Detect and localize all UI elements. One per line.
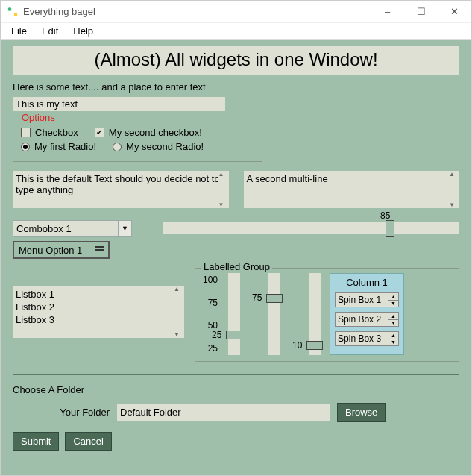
scrollbar-vertical[interactable]: ▲▼ — [449, 171, 459, 208]
text-input-1[interactable] — [13, 97, 225, 111]
multiline-1[interactable]: This is the default Text should you deci… — [13, 171, 229, 208]
combobox-value: Combobox 1 — [16, 223, 72, 234]
spinbox-3[interactable]: Spin Box 3 ▲▼ — [335, 331, 399, 346]
minimize-button[interactable]: – — [371, 1, 404, 23]
vertical-slider-1[interactable]: 25 — [228, 273, 240, 355]
checkbox-2[interactable]: ✔ My second checkbox! — [95, 127, 202, 138]
checkbox-1[interactable]: Checkbox — [21, 127, 78, 138]
maximize-button[interactable]: ☐ — [404, 1, 438, 23]
radio-icon — [21, 143, 30, 151]
slider-thumb[interactable] — [226, 331, 242, 339]
radio-2-label: My second Radio! — [126, 141, 204, 152]
spinbox-1[interactable]: Spin Box 1 ▲▼ — [335, 292, 399, 307]
checkbox-icon: ✔ — [95, 128, 104, 137]
radio-1[interactable]: My first Radio! — [21, 141, 96, 152]
titlebar: Everything bagel – ☐ ✕ — [1, 1, 471, 23]
radio-2[interactable]: My second Radio! — [113, 141, 204, 152]
column-1-title: Column 1 — [346, 277, 388, 288]
radio-1-label: My first Radio! — [34, 141, 96, 152]
option-menu[interactable]: Menu Option 1 — [13, 241, 110, 259]
multiline-2[interactable]: A second multi-line ▲▼ — [244, 171, 460, 208]
slider-thumb[interactable] — [386, 220, 394, 237]
slider-thumb[interactable] — [306, 341, 323, 350]
slider-thumb[interactable] — [266, 294, 283, 303]
cancel-button[interactable]: Cancel — [65, 432, 111, 451]
checkbox-1-label: Checkbox — [35, 127, 78, 138]
folder-label: Your Folder — [13, 407, 110, 418]
scrollbar-vertical[interactable]: ▲▼ — [174, 286, 184, 338]
slider-value-label: 85 — [380, 210, 390, 221]
vertical-slider-3[interactable]: 10 — [309, 273, 321, 355]
page-title: (Almost) All widgets in one Window! — [13, 46, 459, 75]
list-item[interactable]: Listbox 3 — [16, 313, 181, 326]
listbox[interactable]: Listbox 1 Listbox 2 Listbox 3 ▲▼ — [13, 286, 184, 338]
intro-label: Here is some text.... and a place to ent… — [13, 81, 459, 93]
menu-indicator-icon — [95, 249, 104, 251]
checkbox-2-label: My second checkbox! — [109, 127, 202, 138]
client-area: (Almost) All widgets in one Window! Here… — [1, 40, 471, 475]
window-title: Everything bagel — [23, 6, 371, 17]
column-1: Column 1 Spin Box 1 ▲▼ Spin Box 2 ▲▼ Spi… — [330, 273, 404, 355]
slider-ticks: 100 75 50 25 — [201, 273, 219, 355]
spin-arrows-icon[interactable]: ▲▼ — [388, 313, 398, 326]
folder-heading: Choose A Folder — [13, 384, 459, 395]
list-item[interactable]: Listbox 2 — [16, 301, 181, 313]
horizontal-slider[interactable]: 85 — [163, 222, 459, 234]
chevron-down-icon: ▼ — [118, 221, 131, 236]
spin-arrows-icon[interactable]: ▲▼ — [388, 332, 398, 345]
app-window: Everything bagel – ☐ ✕ File Edit Help (A… — [0, 0, 472, 476]
options-legend: Options — [19, 112, 57, 123]
scrollbar-vertical[interactable]: ▲▼ — [218, 171, 229, 208]
combobox[interactable]: Combobox 1 ▼ — [13, 220, 132, 237]
browse-button[interactable]: Browse — [337, 403, 386, 422]
vertical-slider-2[interactable]: 75 — [268, 273, 280, 355]
submit-button[interactable]: Submit — [13, 432, 59, 451]
options-frame: Options Checkbox ✔ My second checkbox! M… — [13, 119, 262, 162]
list-item[interactable]: Listbox 1 — [16, 288, 181, 301]
option-menu-value: Menu Option 1 — [19, 245, 82, 256]
separator — [13, 374, 459, 375]
labelled-group-legend: Labelled Group — [201, 261, 272, 272]
spin-arrows-icon[interactable]: ▲▼ — [388, 293, 398, 307]
multiline-row: This is the default Text should you deci… — [13, 171, 459, 208]
app-icon — [7, 6, 19, 18]
radio-icon — [113, 143, 122, 151]
menu-help[interactable]: Help — [66, 24, 101, 38]
labelled-group: Labelled Group 100 75 50 25 25 75 — [195, 268, 459, 362]
menu-file[interactable]: File — [4, 24, 34, 38]
checkbox-icon — [21, 128, 31, 137]
menubar: File Edit Help — [1, 23, 471, 40]
folder-input[interactable] — [117, 404, 330, 421]
menu-edit[interactable]: Edit — [34, 24, 66, 38]
spinbox-2[interactable]: Spin Box 2 ▲▼ — [335, 312, 399, 327]
close-button[interactable]: ✕ — [438, 1, 471, 23]
